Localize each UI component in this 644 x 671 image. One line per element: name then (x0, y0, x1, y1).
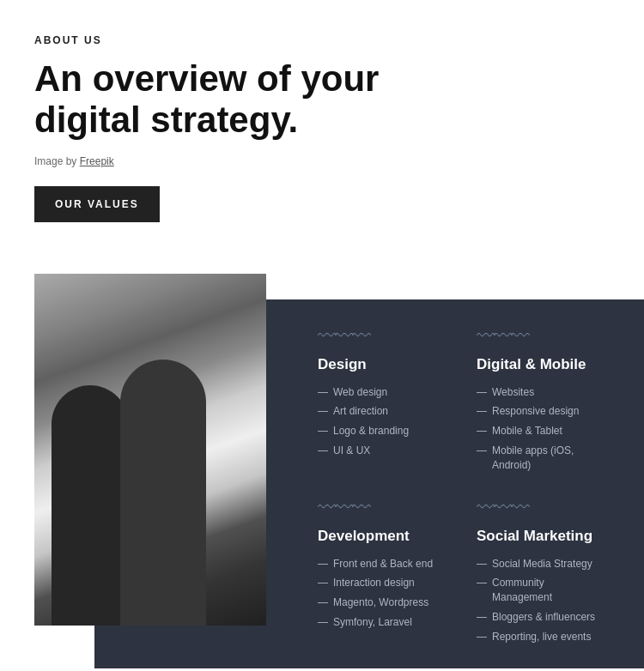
list-item: UI & UX (318, 444, 442, 458)
list-item: Responsive design (477, 404, 601, 419)
service-card-design: 〰〰〰 Design Web design Art direction Logo… (309, 325, 451, 480)
services-grid: 〰〰〰 Design Web design Art direction Logo… (292, 299, 627, 668)
team-photo (34, 274, 266, 626)
about-label: ABOUT US (34, 34, 610, 46)
service-list-social: Social Media Strategy Community Manageme… (477, 557, 601, 644)
wave-icon-development: 〰〰〰 (318, 497, 442, 519)
service-card-social: 〰〰〰 Social Marketing Social Media Strate… (468, 497, 610, 651)
main-heading-line2: digital strategy. (34, 100, 298, 140)
service-card-development: 〰〰〰 Development Front end & Back end Int… (309, 497, 451, 651)
wave-icon-social: 〰〰〰 (477, 497, 601, 519)
service-title-development: Development (318, 528, 442, 545)
list-item: Community Management (477, 576, 601, 605)
list-item: Front end & Back end (318, 557, 442, 571)
list-item: Web design (318, 385, 442, 400)
list-item: Mobile & Tablet (477, 424, 601, 438)
service-title-digital: Digital & Mobile (477, 356, 601, 373)
list-item: Magento, Wordpress (318, 595, 442, 610)
list-item: Websites (477, 385, 601, 400)
list-item: Reporting, live events (477, 630, 601, 644)
image-credit-prefix: Image by (34, 155, 80, 167)
main-heading: An overview of your digital strategy. (34, 58, 464, 142)
service-title-social: Social Marketing (477, 528, 601, 545)
top-section: ABOUT US An overview of your digital str… (0, 0, 644, 248)
list-item: Logo & branding (318, 424, 442, 438)
wave-icon-design: 〰〰〰 (318, 325, 442, 348)
freepik-link[interactable]: Freepik (80, 155, 114, 167)
list-item: Interaction design (318, 576, 442, 590)
list-item: Symfony, Laravel (318, 615, 442, 630)
bottom-section: 〰〰〰 Design Web design Art direction Logo… (0, 274, 644, 668)
service-list-development: Front end & Back end Interaction design … (318, 557, 442, 630)
list-item: Art direction (318, 404, 442, 419)
service-title-design: Design (318, 356, 442, 373)
our-values-button[interactable]: OUR VALUES (34, 186, 160, 222)
service-card-digital: 〰〰〰 Digital & Mobile Websites Responsive… (468, 325, 610, 480)
main-heading-line1: An overview of your (34, 58, 379, 99)
service-list-design: Web design Art direction Logo & branding… (318, 385, 442, 458)
list-item: Social Media Strategy (477, 557, 601, 571)
list-item: Mobile apps (iOS, Android) (477, 444, 601, 473)
wave-icon-digital: 〰〰〰 (477, 325, 601, 348)
service-list-digital: Websites Responsive design Mobile & Tabl… (477, 385, 601, 473)
list-item: Bloggers & influencers (477, 610, 601, 625)
image-credit: Image by Freepik (34, 155, 610, 167)
photo-inner (34, 274, 266, 626)
